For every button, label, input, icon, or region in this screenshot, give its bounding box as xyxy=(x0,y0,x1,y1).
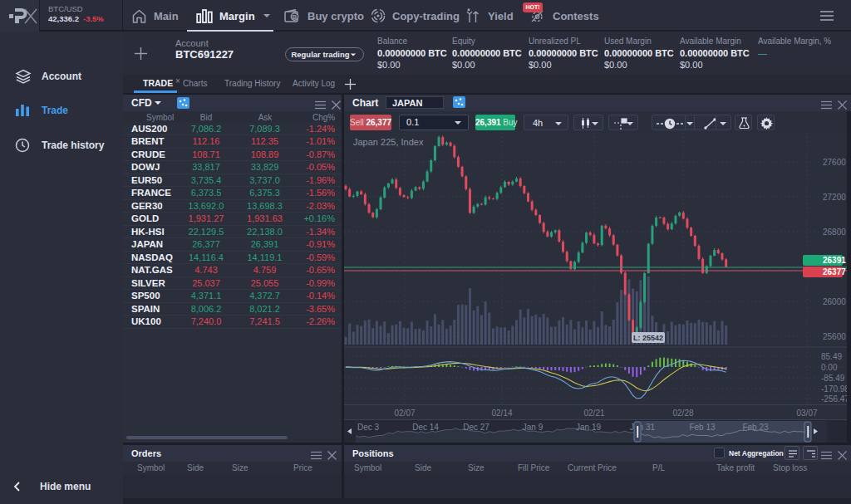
svg-text:26800: 26800 xyxy=(823,228,846,237)
svg-text:-170.98: -170.98 xyxy=(821,384,849,394)
svg-text:85.49: 85.49 xyxy=(821,352,842,361)
svg-text:02/21: 02/21 xyxy=(583,409,604,418)
svg-text:B: B xyxy=(293,13,298,21)
svg-text:-256.47: -256.47 xyxy=(821,394,849,404)
svg-text:Dec 27: Dec 27 xyxy=(463,423,489,432)
svg-text:L: 25542: L: 25542 xyxy=(633,334,663,342)
svg-text:0.00: 0.00 xyxy=(821,363,838,372)
svg-text:-85.49: -85.49 xyxy=(821,374,845,383)
svg-text:02/07: 02/07 xyxy=(394,409,415,418)
svg-text:27200: 27200 xyxy=(823,193,846,202)
svg-text:Dec 3: Dec 3 xyxy=(357,423,380,432)
svg-text:Jan 9: Jan 9 xyxy=(523,423,544,432)
svg-text:Jan 19: Jan 19 xyxy=(576,423,601,432)
svg-text:Feb 23: Feb 23 xyxy=(742,423,769,432)
svg-text:03/07: 03/07 xyxy=(796,409,817,418)
svg-text:02/14: 02/14 xyxy=(491,409,512,418)
svg-text:25600: 25600 xyxy=(823,332,846,341)
svg-text:26391: 26391 xyxy=(823,256,846,265)
svg-text:02/28: 02/28 xyxy=(672,409,693,418)
svg-text:26377: 26377 xyxy=(823,267,846,276)
svg-text:Dec 14: Dec 14 xyxy=(412,423,439,432)
svg-text:Feb 13: Feb 13 xyxy=(689,423,716,432)
svg-text:27600: 27600 xyxy=(823,158,846,167)
svg-text:26000: 26000 xyxy=(823,297,846,306)
svg-text:Japan 225, Index: Japan 225, Index xyxy=(353,137,424,147)
